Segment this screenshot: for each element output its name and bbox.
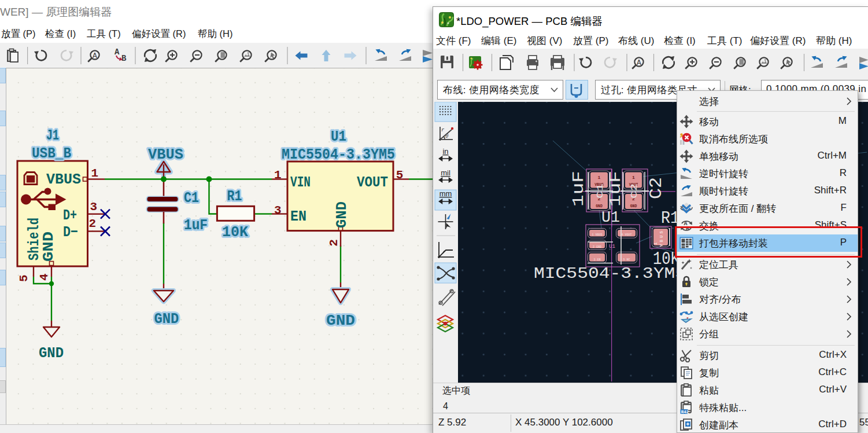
svg-text:GND: GND [334, 201, 350, 228]
svg-text:1uF: 1uF [570, 171, 588, 207]
svg-text:U1: U1 [331, 129, 346, 145]
svg-text:3: 3 [274, 204, 282, 217]
svg-text:A: A [114, 47, 120, 57]
svg-text:θ: θ [445, 134, 449, 140]
svg-text:C2: C2 [647, 177, 666, 199]
svg-text:B: B [121, 54, 127, 63]
svg-text:5: 5 [396, 168, 404, 182]
svg-text:1: 1 [632, 175, 635, 180]
svg-text:U1: U1 [601, 208, 620, 226]
svg-text:r: r [441, 127, 445, 133]
svg-text:2: 2 [89, 217, 97, 230]
svg-text:4 VOUT: 4 VOUT [621, 233, 631, 237]
svg-text:U1: U1 [609, 244, 615, 249]
svg-text:R1: R1 [227, 188, 242, 205]
svg-text:2: 2 [327, 239, 341, 247]
svg-text:A: A [637, 58, 641, 67]
svg-text:D−: D− [63, 224, 78, 241]
svg-text:mm: mm [439, 189, 452, 198]
svg-text:VBUS: VBUS [148, 146, 183, 163]
svg-text:10K: 10K [222, 224, 248, 241]
svg-text:J1: J1 [46, 127, 59, 144]
svg-text:VOUT: VOUT [357, 174, 388, 191]
svg-text:C2: C2 [630, 184, 640, 199]
svg-text:MIC5504-3.3YM5: MIC5504-3.3YM5 [282, 146, 395, 163]
svg-text:1uF: 1uF [184, 217, 208, 234]
svg-text:4: 4 [38, 273, 51, 281]
svg-text:3: 3 [90, 200, 98, 214]
svg-text:3 EN: 3 EN [593, 258, 600, 262]
svg-text:GND: GND [596, 204, 603, 208]
svg-text:1: 1 [274, 168, 282, 182]
svg-text:GND: GND [630, 204, 637, 208]
svg-text:VIN: VIN [290, 174, 311, 191]
svg-text:1: 1 [598, 175, 601, 180]
svg-text:USB_B: USB_B [32, 145, 71, 162]
svg-text:2 GND: 2 GND [593, 245, 601, 249]
svg-text:GND: GND [39, 345, 64, 362]
svg-text:1uF: 1uF [607, 171, 625, 207]
svg-text:A: A [93, 52, 97, 60]
svg-text:EN: EN [290, 208, 306, 225]
svg-text:R42: R42 [681, 410, 689, 414]
svg-text:1: 1 [653, 243, 658, 245]
svg-text:GND: GND [154, 311, 179, 328]
svg-text:mil: mil [441, 168, 450, 177]
svg-text:1: 1 [91, 167, 99, 180]
svg-text:5 NC: 5 NC [623, 258, 630, 262]
svg-text:1 VBUS: 1 VBUS [592, 233, 602, 237]
svg-text:D+: D+ [63, 207, 77, 224]
svg-text:GND: GND [326, 313, 355, 329]
svg-text:C1: C1 [596, 184, 605, 199]
svg-text:VBUS: VBUS [46, 171, 81, 188]
svg-text:in: in [442, 147, 448, 156]
svg-text:5: 5 [17, 274, 31, 282]
svg-text:MIC5504-3.3YM5: MIC5504-3.3YM5 [534, 265, 686, 282]
svg-text:GND: GND [40, 232, 57, 262]
svg-text:C1: C1 [184, 190, 199, 207]
